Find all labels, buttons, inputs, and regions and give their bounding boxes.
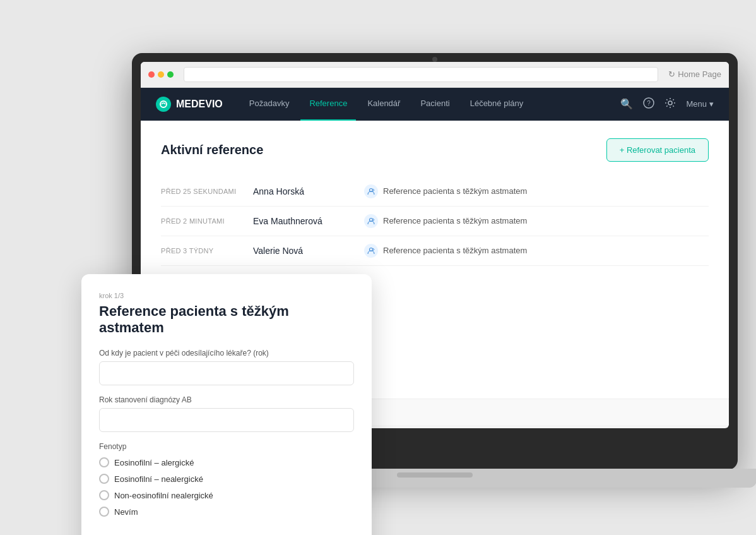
form-group-year-care: Od kdy je pacient v péči odesílajícího l… xyxy=(99,349,354,385)
maximize-dot[interactable] xyxy=(167,71,174,78)
radio-option-1[interactable]: Eosinofilní – alergické xyxy=(99,457,354,467)
fenotype-label: Fenotyp xyxy=(99,442,354,451)
radio-option-3[interactable]: Non-eosinofilní nealergické xyxy=(99,490,354,500)
radio-option-2[interactable]: Eosinofilní – nealergické xyxy=(99,474,354,484)
nav-item-pacienti[interactable]: Pacienti xyxy=(411,88,458,121)
address-bar[interactable] xyxy=(184,67,658,82)
row-time: PŘED 2 MINUTAMI xyxy=(161,217,243,225)
ref-icon xyxy=(364,184,378,198)
nav-item-pozadavky[interactable]: Požadavky xyxy=(240,88,298,121)
logo-icon xyxy=(156,97,171,112)
row-name: Valerie Nová xyxy=(253,246,354,256)
modal-title: Reference pacienta s těžkým astmatem xyxy=(99,303,354,337)
page-header: Aktivní reference + Referovat pacienta xyxy=(161,138,709,162)
svg-point-0 xyxy=(160,101,167,107)
row-time: PŘED 25 SEKUNDAMI xyxy=(161,188,243,195)
refer-patient-button[interactable]: + Referovat pacienta xyxy=(606,138,709,162)
row-ref: Reference pacienta s těžkým astmatem xyxy=(364,244,527,258)
svg-point-3 xyxy=(668,101,672,105)
nav-items: Požadavky Reference Kalendář Pacienti Lé… xyxy=(240,88,621,121)
app-nav: MEDEVIO Požadavky Reference Kalendář Pac… xyxy=(141,88,729,121)
radio-circle xyxy=(99,474,109,484)
table-row[interactable]: PŘED 3 TÝDNY Valerie Nová Reference paci xyxy=(161,236,709,266)
form-group-fenotype: Fenotyp Eosinofilní – alergické Eosinofi… xyxy=(99,442,354,517)
ref-icon xyxy=(364,214,378,228)
search-icon[interactable]: 🔍 xyxy=(620,98,633,110)
radio-circle xyxy=(99,457,109,467)
radio-circle xyxy=(99,507,109,517)
row-name: Anna Horská xyxy=(253,186,354,196)
logo[interactable]: MEDEVIO xyxy=(156,97,223,112)
browser-dots xyxy=(148,71,174,78)
nav-right: 🔍 ? Menu xyxy=(620,97,714,111)
patient-list: PŘED 25 SEKUNDAMI Anna Horská Reference xyxy=(161,177,709,266)
svg-text:?: ? xyxy=(647,100,651,107)
field1-input[interactable] xyxy=(99,361,354,385)
help-icon[interactable]: ? xyxy=(643,97,654,111)
radio-circle xyxy=(99,490,109,500)
modal-card: krok 1/3 Reference pacienta s těžkým ast… xyxy=(81,274,372,536)
scroll-hint[interactable]: ∨ xyxy=(99,527,354,535)
logo-text: MEDEVIO xyxy=(176,99,223,110)
page-title: Aktivní reference xyxy=(161,143,263,157)
nav-item-reference[interactable]: Reference xyxy=(300,88,356,121)
ref-icon xyxy=(364,244,378,258)
nav-item-kalendar[interactable]: Kalendář xyxy=(358,88,409,121)
row-name: Eva Mauthnerová xyxy=(253,216,354,226)
table-row[interactable]: PŘED 25 SEKUNDAMI Anna Horská Reference xyxy=(161,177,709,207)
modal-step: krok 1/3 xyxy=(99,292,354,299)
radio-option-4[interactable]: Nevím xyxy=(99,507,354,517)
field2-input[interactable] xyxy=(99,408,354,432)
row-time: PŘED 3 TÝDNY xyxy=(161,247,243,255)
browser-chrome: ↻ Home Page xyxy=(141,62,729,88)
row-ref: Reference pacienta s těžkým astmatem xyxy=(364,184,527,198)
field2-label: Rok stanovení diagnózy AB xyxy=(99,395,354,404)
table-row[interactable]: PŘED 2 MINUTAMI Eva Mauthnerová Referenc xyxy=(161,207,709,236)
close-dot[interactable] xyxy=(148,71,155,78)
form-group-year-diagnosis: Rok stanovení diagnózy AB xyxy=(99,395,354,432)
nav-menu[interactable]: Menu ▾ xyxy=(686,99,714,109)
refresh-button[interactable]: ↻ Home Page xyxy=(668,69,721,79)
nav-item-lecebne-plany[interactable]: Léčebné plány xyxy=(461,88,533,121)
row-ref: Reference pacienta s těžkým astmatem xyxy=(364,214,527,228)
minimize-dot[interactable] xyxy=(158,71,164,78)
radio-group: Eosinofilní – alergické Eosinofilní – ne… xyxy=(99,457,354,517)
settings-icon[interactable] xyxy=(664,97,676,111)
field1-label: Od kdy je pacient v péči odesílajícího l… xyxy=(99,349,354,358)
